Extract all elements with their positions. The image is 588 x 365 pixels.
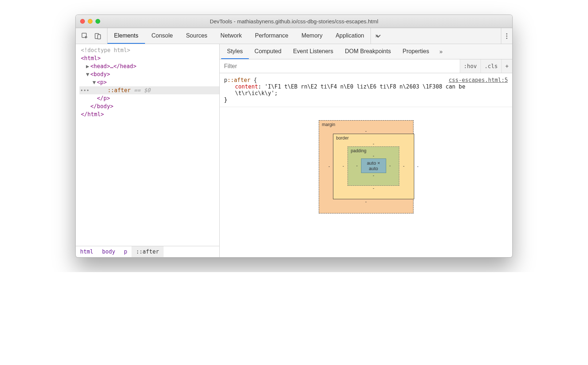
bm-border-top: -: [342, 141, 405, 146]
bm-border-left: -: [342, 164, 345, 169]
dom-html-close[interactable]: </html>: [79, 110, 219, 118]
bm-border-label: border: [336, 136, 349, 141]
bm-margin-bottom: -: [329, 199, 404, 204]
box-model[interactable]: margin - - border - - padding: [319, 120, 413, 213]
subtab-properties[interactable]: Properties: [397, 44, 435, 59]
breadcrumb: html body p ::after: [76, 246, 219, 257]
dom-after-pseudo: ::after: [107, 87, 130, 94]
dom-head[interactable]: ▶<head>…</head>: [79, 62, 219, 70]
bm-padding-left: -: [356, 163, 358, 168]
tab-performance[interactable]: Performance: [248, 28, 295, 44]
bm-padding-bottom: -: [356, 173, 391, 178]
svg-rect-2: [98, 35, 101, 39]
ellipsis-icon[interactable]: •••: [79, 87, 91, 93]
svg-text:»: »: [375, 32, 379, 39]
rule-declaration[interactable]: content: 'I\F1 t\EB rn\E2 ti\F4 n\E0 liz…: [224, 83, 508, 97]
tab-application[interactable]: Application: [329, 28, 371, 44]
tab-network[interactable]: Network: [214, 28, 248, 44]
tab-elements[interactable]: Elements: [107, 28, 145, 44]
titlebar: DevTools - mathiasbynens.github.io/css-d…: [76, 15, 512, 28]
svg-point-4: [506, 33, 507, 34]
subtab-event-listeners[interactable]: Event Listeners: [287, 44, 339, 59]
new-style-rule-button[interactable]: +: [501, 59, 512, 73]
box-model-margin[interactable]: margin - - border - - padding: [319, 120, 413, 213]
tab-console[interactable]: Console: [145, 28, 180, 44]
dom-panel: <!doctype html> <html> ▶<head>…</head> ▼…: [76, 44, 220, 257]
dom-p-close[interactable]: </p>: [79, 94, 219, 102]
bm-padding-top: -: [356, 153, 391, 158]
subtab-dom-breakpoints[interactable]: DOM Breakpoints: [339, 44, 397, 59]
close-window-button[interactable]: [80, 19, 85, 24]
subtab-computed[interactable]: Computed: [249, 44, 287, 59]
subtabs-overflow-icon[interactable]: »: [435, 44, 447, 59]
bm-border-right: -: [402, 164, 405, 169]
dom-eq0: == $0: [134, 87, 150, 94]
bm-padding-right: -: [389, 163, 391, 168]
box-model-border[interactable]: border - - padding - - au: [333, 134, 414, 199]
styles-subtabs: Styles Computed Event Listeners DOM Brea…: [220, 44, 512, 59]
crumb-body[interactable]: body: [98, 246, 119, 257]
traffic-lights: [80, 19, 100, 24]
minimize-window-button[interactable]: [88, 19, 93, 24]
crumb-html[interactable]: html: [76, 246, 98, 257]
dom-html-open[interactable]: <html>: [79, 54, 219, 62]
inspect-element-icon[interactable]: [81, 32, 89, 40]
dom-tree[interactable]: <!doctype html> <html> ▶<head>…</head> ▼…: [76, 44, 219, 246]
dom-doctype[interactable]: <!doctype html>: [79, 46, 219, 54]
bm-margin-top: -: [329, 129, 404, 134]
box-model-padding[interactable]: padding - - auto × auto - -: [348, 146, 400, 186]
dom-selected-after[interactable]: ••• ::after == $0: [79, 86, 219, 94]
styles-filter-bar: :hov .cls +: [220, 59, 512, 73]
rule-source-link[interactable]: css-escapes.html:5: [448, 77, 508, 83]
tab-memory[interactable]: Memory: [295, 28, 329, 44]
device-toolbar-icon[interactable]: [94, 32, 102, 40]
box-model-content[interactable]: auto × auto: [361, 158, 386, 173]
dom-p-open[interactable]: ▼<p>: [79, 78, 219, 86]
devtools-window: DevTools - mathiasbynens.github.io/css-d…: [75, 15, 513, 258]
bm-margin-left: -: [329, 164, 330, 169]
crumb-p[interactable]: p: [119, 246, 132, 257]
bm-padding-label: padding: [351, 148, 366, 153]
kebab-menu-icon[interactable]: [501, 28, 512, 44]
styles-panel: Styles Computed Event Listeners DOM Brea…: [220, 44, 512, 257]
bm-margin-right: -: [417, 164, 419, 169]
hov-toggle[interactable]: :hov: [460, 59, 481, 73]
dom-body-close[interactable]: </body>: [79, 102, 219, 110]
main-toolbar: Elements Console Sources Network Perform…: [76, 28, 512, 44]
panel-tabs: Elements Console Sources Network Perform…: [107, 28, 501, 44]
dom-body-open[interactable]: ▼<body>: [79, 70, 219, 78]
box-model-wrap: margin - - border - - padding: [220, 107, 512, 257]
window-title: DevTools - mathiasbynens.github.io/css-d…: [76, 18, 512, 24]
tab-sources[interactable]: Sources: [179, 28, 214, 44]
svg-point-5: [506, 35, 507, 36]
rule-close-brace: }: [224, 97, 508, 103]
svg-point-6: [506, 38, 507, 39]
css-rule[interactable]: css-escapes.html:5 p::after { content: '…: [220, 73, 512, 107]
zoom-window-button[interactable]: [95, 19, 100, 24]
tabs-overflow-icon[interactable]: »: [371, 28, 385, 44]
crumb-after[interactable]: ::after: [132, 246, 163, 257]
bm-border-bottom: -: [342, 186, 405, 191]
bm-margin-label: margin: [322, 122, 336, 127]
toolbar-left-tools: [76, 28, 107, 44]
styles-filter-input[interactable]: [220, 59, 460, 73]
cls-toggle[interactable]: .cls: [481, 59, 501, 73]
main-split: <!doctype html> <html> ▶<head>…</head> ▼…: [76, 44, 512, 257]
subtab-styles[interactable]: Styles: [221, 44, 249, 59]
